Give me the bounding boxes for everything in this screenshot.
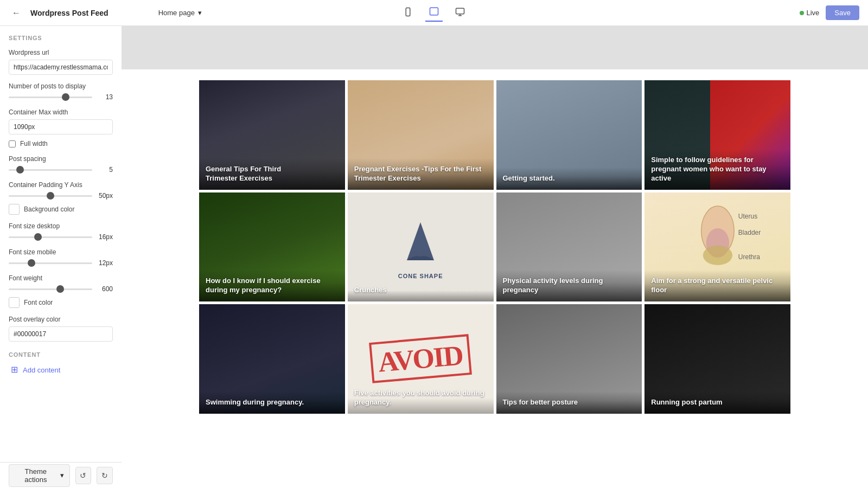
topbar: ← Wordpress Post Feed Home page ▾ Live S…	[0, 0, 868, 26]
post-card[interactable]: Running post partum	[644, 304, 790, 414]
font-weight-value: 600	[97, 285, 113, 293]
full-width-checkbox[interactable]	[9, 140, 16, 147]
settings-section-title: SETTINGS	[9, 35, 113, 41]
post-card-title: How do I know if I should exercise durin…	[206, 277, 339, 295]
font-size-desktop-value: 16px	[97, 233, 113, 241]
canvas-content: General Tips For ThirdTrimester Exercise…	[122, 69, 868, 488]
tablet-view-button[interactable]	[425, 4, 443, 22]
cone-svg	[393, 214, 448, 268]
font-size-desktop-slider-row: 16px	[9, 233, 113, 241]
sidebar: SETTINGS Wordpress url Number of posts t…	[0, 26, 122, 462]
mobile-view-button[interactable]	[399, 4, 417, 22]
desktop-view-button[interactable]	[451, 4, 469, 22]
post-card-overlay: Crunches	[348, 279, 494, 301]
main-layout: SETTINGS Wordpress url Number of posts t…	[0, 26, 868, 488]
post-card-overlay: Physical activity levels during pregnanc…	[496, 270, 642, 301]
svg-rect-0	[406, 8, 410, 16]
full-width-row: Full width	[9, 140, 113, 147]
live-indicator: Live	[800, 9, 820, 17]
post-spacing-slider-row: 5	[9, 166, 113, 174]
container-max-width-input[interactable]	[9, 119, 113, 134]
post-card[interactable]: How do I know if I should exercise durin…	[199, 192, 345, 302]
post-card[interactable]: Simple to follow guidelines for pregnant…	[644, 80, 790, 190]
svg-point-9	[703, 245, 732, 265]
live-label: Live	[807, 9, 820, 17]
bottom-bar: Theme actions ▾ ↺ ↻	[0, 462, 122, 488]
avoid-stamp: AVOID	[369, 335, 471, 384]
live-dot	[800, 11, 804, 15]
post-card[interactable]: Getting started.	[496, 80, 642, 190]
background-color-swatch[interactable]	[9, 204, 20, 215]
post-card-title: Swimming during pregnancy.	[206, 398, 304, 407]
post-card-title: General Tips For ThirdTrimester Exercise…	[206, 165, 281, 183]
chevron-down-icon: ▾	[60, 471, 64, 479]
num-posts-slider-row: 13	[9, 93, 113, 101]
wordpress-url-label: Wordpress url	[9, 49, 113, 56]
font-size-desktop-label: Font size desktop	[9, 222, 113, 230]
post-card[interactable]: AVOID Five activities you should avoid d…	[348, 304, 494, 414]
canvas-top-area	[122, 26, 868, 69]
container-max-width-label: Container Max width	[9, 108, 113, 116]
post-spacing-slider[interactable]	[9, 169, 92, 171]
font-size-desktop-slider[interactable]	[9, 236, 92, 238]
num-posts-slider[interactable]	[9, 97, 92, 98]
container-padding-y-value: 50px	[97, 192, 113, 200]
post-card[interactable]: General Tips For ThirdTrimester Exercise…	[199, 80, 345, 190]
svg-rect-4	[456, 8, 464, 14]
font-color-swatch[interactable]	[9, 297, 20, 308]
redo-icon: ↻	[101, 471, 108, 480]
post-card[interactable]: Swimming during pregnancy.	[199, 304, 345, 414]
background-color-row: Background color	[9, 204, 113, 215]
undo-button[interactable]: ↺	[75, 467, 92, 484]
post-card-overlay: Running post partum	[644, 391, 790, 414]
font-weight-slider-row: 600	[9, 285, 113, 293]
add-content-icon: ⊞	[9, 364, 20, 375]
post-grid: General Tips For ThirdTrimester Exercise…	[199, 80, 790, 414]
view-switcher	[399, 4, 469, 22]
app-title: Wordpress Post Feed	[30, 9, 108, 17]
theme-actions-button[interactable]: Theme actions ▾	[9, 464, 70, 487]
post-overlay-color-input[interactable]	[9, 326, 113, 342]
page-selector[interactable]: Home page ▾	[158, 9, 202, 17]
post-card[interactable]: Physical activity levels during pregnanc…	[496, 192, 642, 302]
save-button[interactable]: Save	[826, 5, 859, 20]
sidebar-wrapper: SETTINGS Wordpress url Number of posts t…	[0, 26, 122, 488]
post-card-overlay: How do I know if I should exercise durin…	[199, 270, 345, 301]
post-card-overlay: Five activities you should avoid during …	[348, 382, 494, 414]
post-card-overlay: General Tips For ThirdTrimester Exercise…	[199, 158, 345, 190]
full-width-label: Full width	[20, 140, 48, 147]
background-color-label: Background color	[24, 206, 74, 213]
container-padding-y-slider[interactable]	[9, 195, 92, 197]
post-card[interactable]: Pregnant Exercises -Tips For the First T…	[348, 80, 494, 190]
back-button[interactable]: ←	[9, 5, 24, 21]
font-color-label: Font color	[24, 299, 53, 306]
post-card[interactable]: CONE SHAPE Crunches	[348, 192, 494, 302]
post-card-overlay: Pregnant Exercises -Tips For the First T…	[348, 158, 494, 190]
num-posts-label: Number of posts to display	[9, 82, 113, 90]
post-card-overlay: Aim for a strong and versatile pelvic fl…	[644, 270, 790, 301]
font-weight-label: Font weight	[9, 274, 113, 282]
redo-button[interactable]: ↻	[97, 467, 113, 484]
back-icon: ←	[12, 8, 21, 18]
post-card-title: Crunches	[354, 286, 387, 295]
post-card-title: Getting started.	[503, 174, 555, 183]
font-color-row: Font color	[9, 297, 113, 308]
post-card-title: Aim for a strong and versatile pelvic fl…	[651, 277, 784, 295]
post-card-overlay: Swimming during pregnancy.	[199, 391, 345, 414]
page-label: Home page	[158, 9, 195, 17]
topbar-right: Live Save	[800, 5, 860, 20]
add-content-label: Add content	[23, 366, 60, 374]
font-weight-slider[interactable]	[9, 288, 92, 290]
add-content-button[interactable]: ⊞ Add content	[9, 364, 60, 375]
post-card[interactable]: Tips for better posture	[496, 304, 642, 414]
container-padding-y-label: Container Padding Y Axis	[9, 181, 113, 189]
post-card-title: Simple to follow guidelines for pregnant…	[651, 156, 784, 183]
svg-text:Bladder: Bladder	[738, 229, 761, 236]
post-card[interactable]: Uterus Bladder Urethra Aim for a strong …	[644, 192, 790, 302]
chevron-down-icon: ▾	[198, 9, 202, 17]
num-posts-value: 13	[97, 93, 113, 101]
font-size-mobile-slider[interactable]	[9, 262, 92, 264]
post-card-title: Tips for better posture	[503, 398, 578, 407]
post-card-title: Pregnant Exercises -Tips For the First T…	[354, 165, 487, 183]
wordpress-url-input[interactable]	[9, 60, 113, 75]
